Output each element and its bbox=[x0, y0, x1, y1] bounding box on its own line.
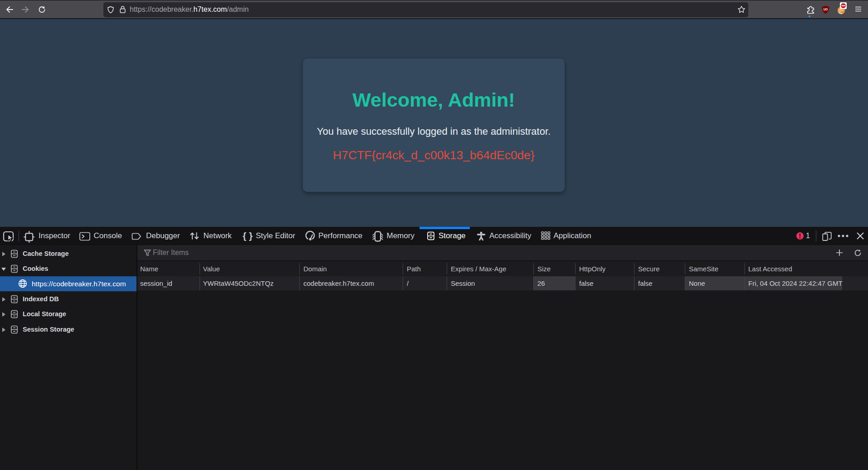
svg-text:UO: UO bbox=[824, 8, 828, 11]
svg-text:{ }: { } bbox=[243, 231, 253, 241]
